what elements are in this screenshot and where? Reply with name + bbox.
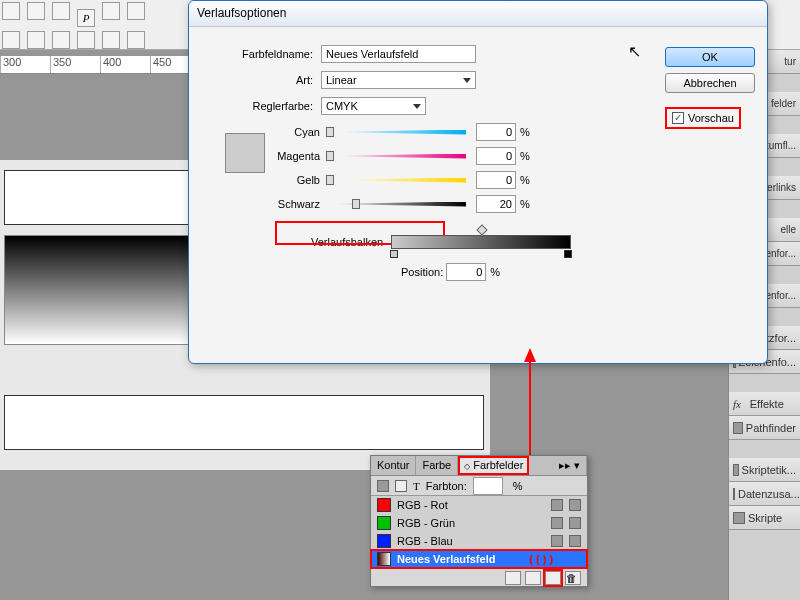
- magenta-input[interactable]: [476, 147, 516, 165]
- name-label: Farbfeldname:: [201, 48, 321, 60]
- black-slider[interactable]: [326, 202, 466, 207]
- toolbar-icon[interactable]: [27, 31, 45, 49]
- farbton-input[interactable]: [473, 477, 503, 495]
- mode-label: Reglerfarbe:: [201, 100, 321, 112]
- toolbar-icon[interactable]: [52, 31, 70, 49]
- toolbar-icon[interactable]: [2, 2, 20, 20]
- toolbar-icon[interactable]: [77, 31, 95, 49]
- toolbar-icon[interactable]: [2, 31, 20, 49]
- ruler-tick: 400: [100, 56, 150, 73]
- swatch-row[interactable]: RGB - Blau: [371, 532, 587, 550]
- dialog-title: Verlaufsoptionen: [189, 1, 767, 27]
- cyan-slider[interactable]: [326, 130, 466, 135]
- spot-icon: [551, 517, 563, 529]
- type-value: Linear: [326, 74, 357, 86]
- panel-tab-bar: Kontur Farbe ◇ Farbfelder ▸▸ ▾: [371, 456, 587, 476]
- yellow-input[interactable]: [476, 171, 516, 189]
- gradient-stop[interactable]: [390, 250, 398, 258]
- cursor-icon: ↖: [628, 42, 641, 61]
- chevron-down-icon: [463, 78, 471, 83]
- tab-farbe[interactable]: Farbe: [416, 456, 458, 475]
- mode-icon: [569, 517, 581, 529]
- black-label: Schwarz: [201, 198, 326, 210]
- data-icon: [733, 488, 735, 500]
- panel-menu-icon[interactable]: ▸▸ ▾: [553, 456, 587, 475]
- panel-tab[interactable]: Pathfinder: [729, 416, 800, 440]
- mode-value: CMYK: [326, 100, 358, 112]
- swatch-row[interactable]: RGB - Grün: [371, 514, 587, 532]
- ruler-tick: 300: [0, 56, 50, 73]
- type-label: Art:: [201, 74, 321, 86]
- swatches-panel: Kontur Farbe ◇ Farbfelder ▸▸ ▾ T Farbton…: [370, 455, 588, 587]
- swatch-label: RGB - Grün: [397, 517, 455, 529]
- spot-icon: [551, 499, 563, 511]
- spot-icon: [551, 535, 563, 547]
- toolbar-icon[interactable]: [52, 2, 70, 20]
- slider-thumb[interactable]: [326, 151, 334, 161]
- swatch-label: RGB - Rot: [397, 499, 448, 511]
- toolbar-icon[interactable]: [102, 31, 120, 49]
- ruler-tick: 350: [50, 56, 100, 73]
- cancel-button[interactable]: Abbrechen: [665, 73, 755, 93]
- new-swatch-icon[interactable]: [545, 571, 561, 585]
- swatch-row[interactable]: RGB - Rot: [371, 496, 587, 514]
- preview-label: Vorschau: [688, 112, 734, 124]
- slider-thumb[interactable]: [326, 175, 334, 185]
- tab-farbfelder[interactable]: ◇ Farbfelder: [458, 456, 529, 475]
- yellow-slider[interactable]: [326, 178, 466, 183]
- color-swatch-icon: [377, 498, 391, 512]
- mode-icon: [569, 535, 581, 547]
- cyan-input[interactable]: [476, 123, 516, 141]
- swatch-name-input[interactable]: [321, 45, 476, 63]
- swatch-label: RGB - Blau: [397, 535, 453, 547]
- ruler: 300 350 400 450: [0, 56, 200, 74]
- show-list-icon[interactable]: [505, 571, 521, 585]
- stop-color-preview: [225, 133, 265, 173]
- black-input[interactable]: [476, 195, 516, 213]
- panel-footer: 🗑: [371, 568, 587, 586]
- script-icon: [733, 464, 739, 476]
- magenta-slider[interactable]: [326, 154, 466, 159]
- position-input[interactable]: [446, 263, 486, 281]
- panel-tab[interactable]: Skripte: [729, 506, 800, 530]
- slider-thumb[interactable]: [326, 127, 334, 137]
- panel-options-row: T Farbton: %: [371, 476, 587, 496]
- color-mode-dropdown[interactable]: CMYK: [321, 97, 426, 115]
- panel-tab[interactable]: Skriptetik...: [729, 458, 800, 482]
- panel-tab[interactable]: Datenzusa...: [729, 482, 800, 506]
- checkbox-icon[interactable]: ✓: [672, 112, 684, 124]
- position-label: Position:: [401, 266, 443, 278]
- pathfinder-icon: [733, 422, 743, 434]
- farbton-label: Farbton:: [426, 480, 467, 492]
- toolbar-icon[interactable]: [127, 2, 145, 20]
- color-swatch-icon: [377, 516, 391, 530]
- type-dropdown[interactable]: Linear: [321, 71, 476, 89]
- chevron-down-icon: [413, 104, 421, 109]
- delete-icon[interactable]: 🗑: [565, 571, 581, 585]
- annotation-text: ( ( ) ): [501, 553, 581, 565]
- swatch-label: Neues Verlaufsfeld: [397, 553, 495, 565]
- midpoint-diamond-icon[interactable]: [477, 224, 488, 235]
- tab-kontur[interactable]: Kontur: [371, 456, 416, 475]
- fill-stroke-icon[interactable]: [377, 480, 389, 492]
- text-icon[interactable]: T: [413, 480, 420, 492]
- preview-checkbox-wrap[interactable]: ✓ Vorschau: [665, 107, 741, 129]
- color-swatch-icon: [377, 534, 391, 548]
- toolbar-icon[interactable]: [127, 31, 145, 49]
- panel-tab[interactable]: fx Effekte: [729, 392, 800, 416]
- mode-icon: [569, 499, 581, 511]
- scripts-icon: [733, 512, 745, 524]
- show-thumb-icon[interactable]: [525, 571, 541, 585]
- gradient-options-dialog: Verlaufsoptionen OK Abbrechen ✓ Vorschau…: [188, 0, 768, 364]
- ok-button[interactable]: OK: [665, 47, 755, 67]
- toolbar-icon[interactable]: [102, 2, 120, 20]
- slider-thumb[interactable]: [352, 199, 360, 209]
- toolbar-icon[interactable]: P: [77, 9, 95, 27]
- swatch-row-selected[interactable]: Neues Verlaufsfeld( ( ) ): [371, 550, 587, 568]
- gradient-ramp[interactable]: [391, 235, 571, 249]
- container-icon[interactable]: [395, 480, 407, 492]
- gradient-swatch-icon: [377, 552, 391, 566]
- toolbar-icon[interactable]: [27, 2, 45, 20]
- gradient-stop[interactable]: [564, 250, 572, 258]
- yellow-label: Gelb: [201, 174, 326, 186]
